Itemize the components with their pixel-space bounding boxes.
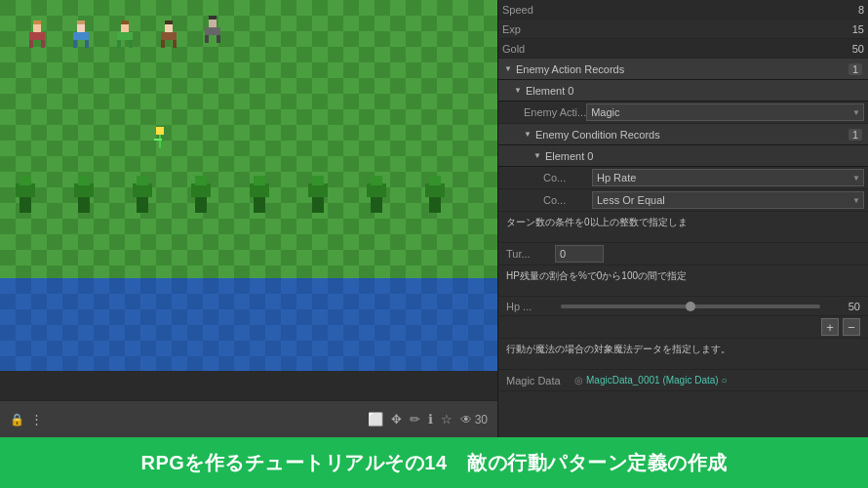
co2-label: Co... — [543, 194, 592, 206]
exp-label: Exp — [502, 23, 825, 35]
enemy-action-dropdown-wrapper: Magic — [586, 103, 864, 121]
gold-value: 50 — [825, 43, 864, 55]
toolbar-star-icon[interactable]: ☆ — [441, 412, 453, 427]
co1-dropdown-wrapper: Hp Rate — [592, 169, 864, 186]
hp-info-text: HP残量の割合を%で0から100の間で指定 — [506, 269, 860, 283]
eye-count: 👁 30 — [460, 413, 488, 427]
game-view: 🔒 ⋮ ⬜ ✥ ✏ ℹ ☆ 👁 30 — [0, 0, 497, 437]
gold-row: Gold 50 — [498, 39, 868, 59]
footer: RPGを作るチュートリアルその14 敵の行動パターン定義の作成 — [0, 437, 868, 488]
turn-input-label: Tur... — [506, 248, 555, 260]
hp-slider-row: Hp ... 50 — [498, 297, 868, 316]
footer-text: RPGを作るチュートリアルその14 敵の行動パターン定義の作成 — [140, 450, 727, 476]
magic-data-label: Magic Data — [506, 375, 574, 386]
co1-row: Co... Hp Rate — [498, 167, 868, 189]
toolbar-rect-icon[interactable]: ⬜ — [368, 412, 383, 427]
magic-info-text: 行動が魔法の場合の対象魔法データを指定します。 — [506, 343, 860, 356]
toolbar-left: 🔒 ⋮ — [10, 412, 43, 427]
turn-input-row: Tur... — [498, 243, 868, 265]
enemy-action-records-title: Enemy Action Records — [516, 63, 848, 75]
condition-title: Enemy Condition Records — [535, 129, 848, 141]
turn-info-row: ターン数の条件を0以上の整数で指定しま — [498, 212, 868, 243]
game-scene-canvas — [0, 0, 497, 371]
magic-info-row: 行動が魔法の場合の対象魔法データを指定します。 — [498, 339, 868, 370]
magic-data-row: Magic Data ◎ MagicData_0001 (Magic Data)… — [498, 370, 868, 391]
toolbar-info-icon[interactable]: ℹ — [428, 412, 433, 427]
enemy-action-records-count: 1 — [848, 63, 862, 75]
hp-slider-thumb[interactable] — [686, 302, 695, 311]
game-toolbar: 🔒 ⋮ ⬜ ✥ ✏ ℹ ☆ 👁 30 — [0, 400, 497, 437]
cond-element0-title: Element 0 — [545, 150, 862, 162]
enemy-action-label: Enemy Acti... — [524, 106, 586, 118]
condition-triangle: ▼ — [524, 130, 532, 139]
co1-label: Co... — [543, 172, 592, 183]
game-canvas — [0, 0, 497, 400]
gold-label: Gold — [502, 43, 825, 55]
exp-value: 15 — [825, 23, 864, 35]
toolbar-right: ⬜ ✥ ✏ ℹ ☆ 👁 30 — [368, 412, 488, 427]
toolbar-dots-icon[interactable]: ⋮ — [30, 412, 43, 427]
magic-data-value: MagicData_0001 (Magic Data) ○ — [586, 375, 860, 386]
hp-slider-label: Hp ... — [506, 301, 555, 312]
co2-row: Co... Less Or Equal — [498, 189, 868, 212]
inspector-panel: Speed 8 Exp 15 Gold 50 ▼ Enemy Action Re… — [497, 0, 868, 437]
enemy-action-records-header[interactable]: ▼ Enemy Action Records 1 — [498, 59, 868, 80]
speed-value: 8 — [825, 4, 864, 16]
co2-dropdown-wrapper: Less Or Equal — [592, 191, 864, 209]
main-area: 🔒 ⋮ ⬜ ✥ ✏ ℹ ☆ 👁 30 — [0, 0, 868, 437]
enemy-condition-records-header[interactable]: ▼ Enemy Condition Records 1 — [498, 124, 868, 145]
co2-select[interactable]: Less Or Equal — [592, 191, 864, 209]
toolbar-paint-icon[interactable]: ✏ — [410, 412, 420, 427]
turn-input-field[interactable] — [555, 245, 604, 263]
plus-button[interactable]: + — [821, 318, 839, 336]
condition-count: 1 — [848, 129, 862, 141]
hp-info-row: HP残量の割合を%で0から100の間で指定 — [498, 265, 868, 297]
main-container: 🔒 ⋮ ⬜ ✥ ✏ ℹ ☆ 👁 30 — [0, 0, 868, 488]
eye-count-value: 30 — [475, 413, 488, 427]
toolbar-move-icon[interactable]: ✥ — [391, 412, 402, 427]
enemy-action-row: Enemy Acti... Magic — [498, 102, 868, 124]
hp-slider-value: 50 — [826, 301, 860, 312]
cond-element0-header[interactable]: ▼ Element 0 — [498, 145, 868, 167]
eye-icon: 👁 — [460, 413, 472, 427]
element0-header[interactable]: ▼ Element 0 — [498, 80, 868, 102]
co1-select[interactable]: Hp Rate — [592, 169, 864, 186]
element0-title: Element 0 — [526, 85, 862, 97]
exp-row: Exp 15 — [498, 20, 868, 39]
lock-icon: 🔒 — [10, 413, 24, 427]
speed-row: Speed 8 — [498, 0, 868, 20]
minus-button[interactable]: − — [843, 318, 860, 336]
triangle-icon: ▼ — [504, 64, 512, 73]
enemy-action-select[interactable]: Magic — [586, 103, 864, 121]
speed-label: Speed — [502, 4, 825, 16]
pm-row: + − — [498, 316, 868, 339]
element0-triangle: ▼ — [514, 86, 522, 95]
hp-slider-track — [561, 305, 820, 308]
magic-data-icon: ◎ — [574, 375, 583, 386]
cond-element0-triangle: ▼ — [533, 151, 541, 160]
turn-info-text: ターン数の条件を0以上の整数で指定しま — [506, 216, 860, 229]
hp-slider-fill — [561, 305, 690, 308]
